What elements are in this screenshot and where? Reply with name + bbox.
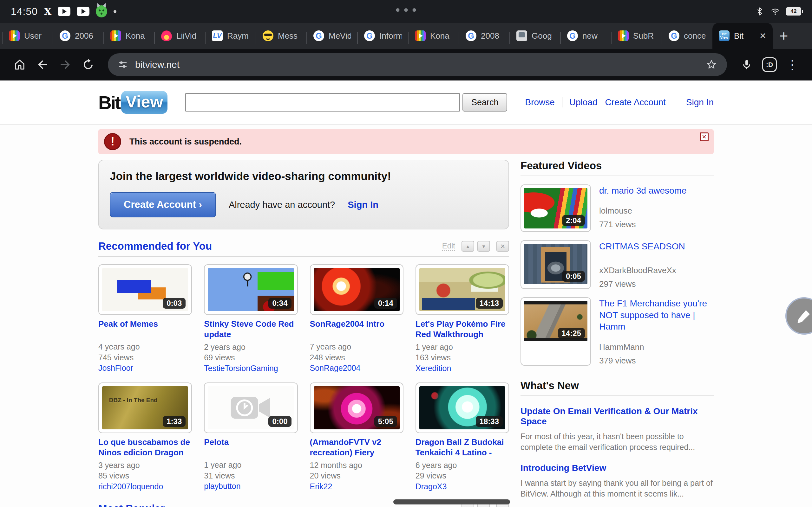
browser-menu-button[interactable]: ⋮ [782, 55, 803, 75]
featured-video: 2:04 dr. mario 3d awesome lolmouse 771 v… [520, 184, 714, 232]
video-thumbnail[interactable]: 14:25 [520, 297, 591, 365]
uploader-link[interactable]: richi2007loquendo [98, 481, 192, 492]
video-age: 7 years ago [310, 342, 403, 352]
video-age: 3 years ago [98, 460, 192, 471]
url-bar[interactable]: bitview.net [108, 53, 727, 76]
duration-badge: 0:00 [268, 416, 291, 427]
video-title-link[interactable]: The F1 Merchandise you're NOT supposed t… [599, 298, 714, 332]
new-tab-button[interactable]: + [773, 23, 795, 49]
close-section-button[interactable]: ✕ [496, 241, 509, 251]
close-tab-icon[interactable]: ✕ [759, 31, 766, 41]
upload-link[interactable]: Upload [569, 97, 598, 107]
video-title-link[interactable]: Let's Play Pokémo Fire Red Walkthrough [415, 319, 509, 340]
tab-subr[interactable]: SubR [612, 23, 662, 49]
back-button[interactable] [32, 55, 53, 75]
horizontal-scrollbar[interactable] [393, 499, 510, 504]
google-favicon: G [567, 31, 578, 41]
tab-kona2[interactable]: Kona [409, 23, 459, 49]
thumbnail-art: 5:05 [314, 386, 400, 429]
video-title-link[interactable]: Pelota [204, 437, 298, 458]
tab-liivid[interactable]: LiiVid [155, 23, 205, 49]
tab-raym[interactable]: LVRaym [206, 23, 256, 49]
video-thumbnail[interactable]: 14:13 [415, 264, 509, 315]
alert-close-icon[interactable]: ✕ [700, 132, 709, 141]
tab-bitview-active[interactable]: BitViewBit✕ [712, 23, 773, 49]
tab-2006[interactable]: G2006 [53, 23, 103, 49]
video-title-link[interactable]: dr. mario 3d awesome [599, 185, 687, 196]
reload-button[interactable] [78, 55, 98, 75]
tab-user[interactable]: User [3, 23, 53, 49]
create-account-link[interactable]: Create Account [605, 97, 665, 107]
video-thumbnail[interactable]: 0:34 [204, 264, 298, 315]
bitview-logo[interactable]: Bit View [98, 91, 167, 114]
video-title-link[interactable]: CRITMAS SEADSON [599, 241, 685, 252]
emoji-d-icon[interactable]: :D [759, 55, 780, 75]
thumbnail-art: 14:13 [419, 268, 505, 311]
video-site-favicon [110, 31, 121, 41]
battery-icon: 42 [786, 7, 801, 15]
video-age: 1 year ago [415, 342, 509, 353]
bookmark-star-icon[interactable] [705, 59, 717, 71]
alert-message: This account is suspended. [130, 137, 242, 147]
error-icon: ! [104, 133, 121, 150]
url-text: bitview.net [135, 59, 699, 70]
video-title-link[interactable]: Lo que buscabamos de Ninos edicion Drago… [98, 437, 192, 458]
tab-kona[interactable]: Kona [104, 23, 154, 49]
duration-badge: 14:13 [476, 298, 503, 308]
uploader-link[interactable]: TestieTorsionGaming [204, 363, 298, 374]
blog-post-link[interactable]: Introducing BetView [520, 463, 714, 473]
collapse-up-button[interactable]: ▲ [461, 241, 474, 251]
edit-link[interactable]: Edit [442, 241, 455, 251]
duration-badge: 0:03 [163, 298, 186, 308]
video-title-link[interactable]: Stinky Steve Code Red update [204, 319, 298, 340]
whats-new-title: What's New [520, 380, 714, 392]
thumbnail-art: DBZ - In The End1:33 [102, 386, 188, 429]
video-thumbnail[interactable]: 0:03 [98, 264, 192, 315]
divider [520, 176, 714, 176]
video-views: 248 views [310, 352, 403, 363]
voice-search-button[interactable] [737, 55, 757, 75]
uploader-name: lolmouse [599, 206, 687, 216]
video-title-link[interactable]: SonRage2004 Intro [310, 319, 403, 340]
video-thumbnail[interactable]: 0:14 [310, 264, 403, 315]
lv-favicon: LV [212, 31, 223, 41]
video-title-link[interactable]: (ArmandoFVTV v2 recreation) Fiery [310, 437, 403, 458]
search-input[interactable] [185, 93, 460, 112]
video-thumbnail[interactable]: 0:00 [204, 383, 298, 433]
uploader-link[interactable]: Xeredition [415, 363, 509, 374]
tab-2008[interactable]: G2008 [459, 23, 509, 49]
featured-video: 14:25 The F1 Merchandise you're NOT supp… [520, 297, 714, 365]
video-thumbnail[interactable]: 0:05 [520, 240, 591, 289]
home-button[interactable] [9, 55, 30, 75]
tab-mevid[interactable]: GMeVid [307, 23, 357, 49]
collapse-down-button[interactable]: ▼ [477, 241, 490, 251]
blog-post-excerpt: For most of this year, it hasn't been po… [520, 431, 714, 453]
blog-post-link[interactable]: Update On Email Verification & Our Matri… [520, 406, 714, 427]
video-title-link[interactable]: Peak of Memes [98, 319, 192, 340]
video-thumbnail[interactable]: 2:04 [520, 184, 591, 232]
already-account-text: Already have an account? [229, 200, 335, 210]
video-thumbnail[interactable]: DBZ - In The End1:33 [98, 383, 192, 433]
tab-goog[interactable]: Goog [510, 23, 560, 49]
create-account-button[interactable]: Create Account › [110, 192, 216, 217]
uploader-link[interactable]: JoshFloor [98, 363, 192, 374]
browse-link[interactable]: Browse [525, 97, 554, 107]
uploader-link[interactable]: playbutton [204, 481, 298, 492]
site-settings-icon[interactable] [117, 59, 128, 70]
search-button[interactable]: Search [462, 93, 507, 112]
uploader-link[interactable]: SonRage2004 [310, 363, 403, 374]
tab-mess[interactable]: Mess [256, 23, 306, 49]
banner-sign-in-link[interactable]: Sign In [348, 200, 378, 210]
uploader-link[interactable]: DragoX3 [415, 481, 509, 492]
tab-inform[interactable]: GInform [358, 23, 408, 49]
recommended-title: Recommended for You [98, 240, 212, 252]
video-title-link[interactable]: Dragon Ball Z Budokai Tenkaichi 4 Latino… [415, 437, 509, 458]
tab-conce[interactable]: Gconce [662, 23, 712, 49]
uploader-link[interactable]: Erik22 [310, 481, 403, 492]
video-thumbnail[interactable]: 18:33 [415, 383, 509, 433]
sign-in-link[interactable]: Sign In [686, 97, 714, 107]
most-popular-title: Most Popular [98, 503, 165, 507]
tab-new[interactable]: Gnew [561, 23, 611, 49]
forward-button[interactable] [55, 55, 75, 75]
video-thumbnail[interactable]: 5:05 [310, 383, 403, 433]
